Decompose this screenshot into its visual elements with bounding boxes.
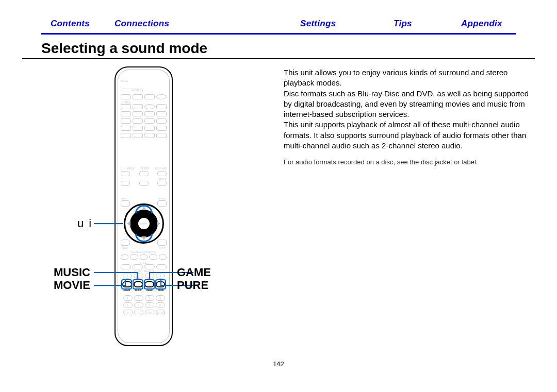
num-0: 0	[134, 310, 143, 315]
pure-button-label: PURE	[156, 289, 166, 292]
num-5: 5	[123, 302, 133, 308]
num-8: 8	[156, 302, 165, 308]
num-enter: ENTER	[156, 310, 165, 315]
callout-ui: u i	[77, 217, 92, 230]
power-label: POWER	[121, 89, 143, 92]
nav-divider	[41, 33, 516, 35]
smart-select-1: 1	[123, 273, 132, 279]
music-button	[134, 281, 143, 287]
cursor-right-icon	[157, 221, 160, 226]
cursor-left-icon	[127, 221, 130, 226]
num-plus10: +10	[145, 310, 154, 315]
nav-tips-link[interactable]: Tips	[394, 19, 412, 29]
body-p1: This unit allows you to enjoy various ki…	[284, 67, 531, 89]
setup-label: SETUP	[159, 247, 166, 249]
note-text: For audio formats recorded on a disc, se…	[284, 158, 531, 166]
num-6: 6	[134, 302, 143, 308]
top-nav: Contents Connections Settings Tips Appen…	[41, 19, 516, 31]
number-pad: 1 2 3 4 5 6 7 8 9 0 +10 ENTER	[123, 295, 165, 317]
info-button	[121, 200, 130, 207]
power-button-icon	[156, 94, 167, 99]
zone-label: ZONE	[121, 80, 143, 82]
num-7: 7	[145, 302, 154, 308]
body-p3: This unit supports playback of almost al…	[284, 120, 531, 151]
volume-label: VOLUME	[155, 167, 167, 170]
nav-settings-link[interactable]: Settings	[300, 19, 336, 29]
leader-game-v	[149, 272, 150, 280]
device-control-label: DEVICE CONTROL	[121, 251, 167, 253]
cursor-down-icon	[141, 236, 146, 240]
enter-button: ENTER	[137, 217, 151, 230]
back-label: BACK	[122, 247, 127, 249]
body-p2: Disc formats such as Blu-ray Disc and DV…	[284, 89, 531, 120]
num-4: 4	[156, 295, 165, 301]
game-button-label: GAME	[145, 289, 154, 292]
remote-control-illustration: ZONE POWER DEVICE CH / PAGE SLEEP VOLUME…	[114, 66, 173, 346]
leader-pure-v	[160, 280, 161, 286]
num-3: 3	[145, 295, 154, 301]
back-button	[121, 240, 130, 246]
callout-movie: MOVIE	[54, 279, 90, 292]
movie-button	[122, 281, 132, 287]
leader-ui	[94, 223, 123, 224]
leader-movie-v	[125, 280, 126, 286]
smart-select-4: 4	[156, 273, 165, 279]
sound-mode-row	[122, 281, 165, 287]
num-9: 9	[123, 310, 133, 315]
nav-appendix-link[interactable]: Appendix	[461, 19, 502, 29]
page-title: Selecting a sound mode	[41, 40, 207, 57]
music-button-label: MUSIC	[134, 289, 143, 292]
leader-music-v	[137, 272, 138, 280]
nav-contents-link[interactable]: Contents	[51, 19, 90, 29]
remote-btn	[133, 94, 143, 99]
leader-music-h	[94, 272, 137, 273]
game-button	[144, 281, 154, 287]
remote-btn	[121, 94, 131, 99]
smart-select-2: 2	[134, 273, 143, 279]
body-text: This unit allows you to enjoy various ki…	[284, 67, 531, 151]
info-label: INFO	[122, 197, 127, 200]
num-2: 2	[134, 295, 143, 301]
callout-music: MUSIC	[54, 266, 90, 279]
movie-button-label: MOVIE	[122, 289, 132, 292]
callout-pure: PURE	[177, 279, 208, 292]
callout-game: GAME	[177, 266, 211, 279]
num-1: 1	[123, 295, 133, 301]
page-number: 142	[0, 360, 557, 368]
title-divider	[22, 58, 535, 59]
setup-button	[157, 240, 167, 246]
option-button	[157, 200, 167, 207]
sleep-label: SLEEP	[140, 167, 149, 170]
remote-btn	[144, 94, 155, 99]
chpage-label: CH / PAGE	[121, 167, 135, 170]
cursor-up-icon	[141, 207, 146, 210]
option-label: OPTION	[158, 197, 166, 200]
leader-movie-h	[94, 285, 125, 286]
smart-select-row: SMART SELECT 1 2 3 4	[123, 270, 165, 279]
nav-connections-link[interactable]: Connections	[114, 19, 169, 29]
